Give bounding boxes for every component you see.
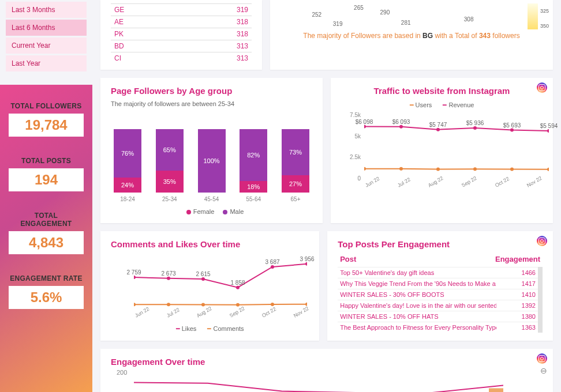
filter-last-year[interactable]: Last Year [6, 55, 87, 71]
age-bar: 27%73%65+ [282, 129, 309, 202]
map-count: 265 [354, 5, 364, 11]
map-count: 281 [401, 20, 411, 26]
svg-point-14 [201, 277, 205, 281]
kpi-followers-value: 19,784 [9, 114, 84, 137]
svg-point-8 [436, 168, 440, 171]
kpi-rate-value: 5.6% [9, 286, 84, 309]
kpi-posts-label: TOTAL POSTS [9, 157, 84, 165]
svg-point-11 [547, 168, 549, 171]
svg-point-7 [399, 167, 403, 171]
map-count: 252 [312, 12, 321, 18]
legend-dot-male [223, 210, 227, 214]
table-row: PK318 [111, 28, 252, 40]
data-label: $5 936 [466, 120, 484, 126]
traffic-line-chart: $6 098$6 093$5 747$5 936$5 693$5 59402.5… [341, 109, 543, 181]
legend-label: Users [416, 101, 432, 108]
data-label: 2 673 [161, 270, 175, 277]
map-count: 308 [464, 16, 474, 22]
instagram-icon [537, 236, 547, 246]
post-row[interactable]: WINTER SALES - 10% OFF HATS1380 [338, 311, 538, 322]
comments-panel-title: Comments and Likes Over time [111, 239, 309, 249]
filter-last-6-months[interactable]: Last 6 Months [6, 20, 87, 36]
table-row: BD313 [111, 40, 252, 52]
post-row[interactable]: WINTER SALES - 30% OFF BOOTS1410 [338, 289, 538, 300]
map-caption: The majority of Followers are based in B… [280, 32, 543, 40]
svg-point-20 [201, 303, 205, 307]
svg-point-17 [305, 262, 307, 266]
data-label: $5 693 [503, 122, 521, 129]
comments-legend: ━ Likes ━ Comments [111, 325, 309, 333]
post-row[interactable]: Happy Valentine's day! Love is in the ai… [338, 300, 538, 311]
age-panel-title: Page Followers by Age group [111, 86, 312, 96]
map-count: 319 [333, 21, 343, 27]
legend-dot-female [186, 210, 191, 214]
traffic-panel-title: Traffic to website from Instagram [341, 86, 543, 96]
date-filters: Last 3 Months Last 6 Months Current Year… [0, 0, 92, 85]
caption-count: 343 [479, 32, 491, 40]
post-row[interactable]: Top 50+ Valentine's day gift ideas1466 [338, 267, 538, 278]
traffic-x-axis: Jun 22Jul 22Aug 22Sep 22Oct 22Nov 22 [341, 183, 543, 189]
instagram-icon [537, 82, 547, 93]
post-col-header: Post [340, 255, 356, 263]
kpi-followers-label: TOTAL FOLLOWERS [9, 102, 84, 110]
kpi-engagement-value: 4,843 [9, 231, 84, 254]
data-label: 3 687 [265, 259, 279, 265]
instagram-icon [537, 353, 547, 364]
legend-label: Comments [213, 325, 244, 332]
kpi-sidebar: TOTAL FOLLOWERS19,784 TOTAL POSTS194 TOT… [0, 85, 92, 392]
data-label: $5 594 [540, 123, 558, 129]
comments-likes-panel: Comments and Likes Over time 2 7592 6732… [100, 231, 319, 341]
svg-point-9 [473, 167, 477, 171]
table-row: AE318 [111, 16, 252, 28]
legend-label: Male [230, 208, 244, 215]
svg-point-10 [510, 168, 514, 171]
comments-line-chart: 2 7592 6732 6151 8583 6873 956 [111, 254, 309, 311]
svg-point-12 [134, 276, 136, 279]
svg-point-4 [510, 129, 514, 132]
kpi-posts-value: 194 [9, 168, 84, 191]
svg-point-5 [547, 129, 549, 133]
age-bar: 18%82%55-64 [240, 129, 267, 202]
traffic-legend: ━ Users ━ Revenue [341, 101, 543, 109]
engagement-line-chart: 200 [111, 372, 543, 392]
svg-point-3 [473, 126, 477, 130]
age-group-panel: Page Followers by Age group The majority… [100, 78, 323, 223]
caption-text: with a Total of [433, 32, 479, 40]
svg-point-21 [236, 303, 240, 307]
svg-point-2 [436, 128, 440, 131]
caption-country: BG [422, 32, 433, 40]
filter-current-year[interactable]: Current Year [6, 37, 87, 54]
filter-last-3-months[interactable]: Last 3 Months [6, 2, 87, 18]
caption-text: followers [491, 32, 520, 40]
svg-point-0 [364, 125, 366, 129]
data-label: 1 858 [230, 280, 245, 286]
svg-point-6 [364, 167, 366, 171]
age-bar-chart: 24%76%18-2435%65%25-34100%45-5418%82%55-… [111, 113, 312, 202]
post-row[interactable]: Why This Veggie Trend From the '90s Need… [338, 278, 538, 289]
age-bar: 35%65%25-34 [156, 129, 184, 202]
svg-point-19 [167, 303, 170, 306]
scale-label: 350 [540, 23, 549, 29]
age-panel-subtitle: The majority of followers are between 25… [111, 100, 312, 107]
data-label: $5 747 [429, 122, 447, 128]
table-row: CI313 [111, 52, 252, 64]
scale-label: 325 [540, 8, 549, 14]
map-count: 290 [380, 9, 390, 16]
age-bar: 100%45-54 [198, 129, 226, 202]
svg-point-13 [167, 277, 170, 280]
post-row[interactable]: The Best Approach to Fitness for Every P… [338, 322, 538, 333]
caption-text: The majority of Followers are based in [303, 32, 422, 40]
engagement-over-time-panel: ⊖ Engagement Over time 200 [100, 349, 553, 392]
posts-list[interactable]: Top 50+ Valentine's day gift ideas1466Wh… [338, 267, 543, 333]
followers-map: 265 252 290 319 281 308 325 350 The majo… [270, 0, 553, 70]
data-label: 2 615 [196, 271, 210, 277]
table-row: GE319 [111, 3, 252, 16]
comments-x-axis: Jun 22Jul 22Aug 22Sep 22Oct 22Nov 22 [111, 314, 309, 319]
data-label: 2 759 [126, 269, 141, 276]
kpi-rate-label: ENGAGEMENT RATE [9, 274, 84, 282]
age-bar: 24%76%18-24 [114, 129, 141, 202]
engage-panel-title: Engagement Over time [111, 357, 543, 367]
kpi-engagement-label: TOTAL ENGAGEMENT [9, 212, 84, 228]
engagement-col-header: Engagement [495, 255, 540, 263]
data-label: $6 093 [392, 119, 410, 125]
